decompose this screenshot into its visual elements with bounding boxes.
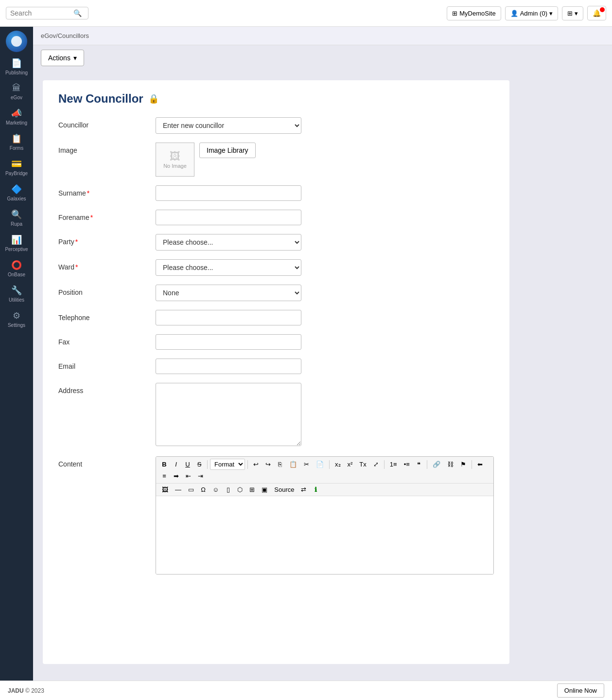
position-row: Position None xyxy=(58,285,494,301)
table-button[interactable]: ⊞ xyxy=(246,485,258,495)
ward-control: Please choose... xyxy=(156,259,301,276)
fax-row: Fax xyxy=(58,334,494,350)
party-row: Party* Please choose... xyxy=(58,234,494,251)
hr-button[interactable]: — xyxy=(172,485,184,495)
image-library-button[interactable]: Image Library xyxy=(199,143,256,158)
strikethrough-button[interactable]: S xyxy=(194,459,205,469)
surname-input[interactable] xyxy=(156,185,301,201)
source-button[interactable]: Source xyxy=(271,485,297,495)
sidebar-item-onbase[interactable]: ⭕ OnBase xyxy=(0,256,33,281)
actions-button[interactable]: Actions ▾ xyxy=(41,50,84,66)
sidebar-item-paybridge[interactable]: 💳 PayBridge xyxy=(0,155,33,180)
sidebar-item-settings[interactable]: ⚙ Settings xyxy=(0,306,33,332)
fullscreen-button[interactable]: ⤢ xyxy=(370,459,382,469)
format-select[interactable]: Format xyxy=(210,459,245,470)
my-demo-site-label: MyDemoSite xyxy=(459,10,495,17)
outdent-button[interactable]: ⇤ xyxy=(183,471,194,481)
sidebar-item-galaxies[interactable]: 🔷 Galaxies xyxy=(0,180,33,205)
superscript-button[interactable]: x² xyxy=(345,459,356,469)
toolbar-sep-4 xyxy=(384,460,385,469)
paste-plain-button[interactable]: 📄 xyxy=(313,459,327,469)
telephone-input[interactable] xyxy=(156,310,301,325)
galaxies-icon: 🔷 xyxy=(11,184,22,195)
sidebar-item-utilities[interactable]: 🔧 Utilities xyxy=(0,281,33,306)
undo-button[interactable]: ↩ xyxy=(250,459,262,469)
align-left-button[interactable]: ⬅ xyxy=(474,459,486,469)
surname-label: Surname* xyxy=(58,185,156,197)
sidebar-item-label-galaxies: Galaxies xyxy=(7,196,26,201)
emoji-button[interactable]: ☺ xyxy=(210,485,222,495)
address-textarea[interactable] xyxy=(156,383,301,446)
settings-icon: ⚙ xyxy=(13,310,20,321)
sidebar-item-forms[interactable]: 📋 Forms xyxy=(0,129,33,155)
utilities-icon: 🔧 xyxy=(11,285,22,296)
unlink-button[interactable]: ⛓ xyxy=(444,459,456,469)
email-row: Email xyxy=(58,359,494,374)
breadcrumb-root[interactable]: eGov xyxy=(41,32,56,39)
templates-button[interactable]: ⇄ xyxy=(298,485,309,495)
info-button[interactable]: ℹ xyxy=(310,485,321,495)
cut-button[interactable]: ✂ xyxy=(301,459,312,469)
unordered-list-button[interactable]: •≡ xyxy=(401,459,413,469)
grid-button[interactable]: ⊞ ▾ xyxy=(562,6,583,20)
site-icon: ⊞ xyxy=(452,10,457,17)
sidebar-item-label-utilities: Utilities xyxy=(9,297,24,303)
link-button[interactable]: 🔗 xyxy=(430,459,443,469)
align-center-button[interactable]: ≡ xyxy=(159,471,170,481)
perceptive-icon: 📊 xyxy=(11,234,22,245)
underline-button[interactable]: U xyxy=(182,459,193,469)
redo-button[interactable]: ↪ xyxy=(262,459,274,469)
forename-input[interactable] xyxy=(156,210,301,225)
councillor-row: Councillor Enter new councillor xyxy=(58,117,494,134)
my-demo-site-button[interactable]: ⊞ MyDemoSite xyxy=(447,6,501,20)
toolbar-sep-1 xyxy=(207,460,208,469)
align-right-button[interactable]: ➡ xyxy=(171,471,182,481)
forename-row: Forename* xyxy=(58,210,494,225)
sidebar-item-label-publishing: Publishing xyxy=(5,70,28,75)
div-button[interactable]: ▭ xyxy=(185,485,197,495)
special-char-button[interactable]: Ω xyxy=(198,485,209,495)
search-box[interactable]: 🔍 xyxy=(6,7,88,19)
party-select[interactable]: Please choose... xyxy=(156,234,301,251)
online-now-button[interactable]: Online Now xyxy=(557,683,604,698)
councillor-select[interactable]: Enter new councillor xyxy=(156,117,301,134)
position-select[interactable]: None xyxy=(156,285,301,301)
forms-icon: 📋 xyxy=(11,133,22,144)
indent-button[interactable]: ⇥ xyxy=(195,471,206,481)
anchor-button[interactable]: ⚑ xyxy=(457,459,469,469)
topbar: 🔍 ⊞ MyDemoSite 👤 Admin (0) ▾ ⊞ ▾ 🔔 xyxy=(0,0,612,27)
copy-button[interactable]: ⎘ xyxy=(275,459,285,469)
breadcrumb-current: Councillors xyxy=(58,32,89,39)
paste-button[interactable]: 📋 xyxy=(286,459,300,469)
actions-bar: Actions ▾ xyxy=(33,45,612,71)
no-image-text: No Image xyxy=(163,163,187,169)
blockquote-button[interactable]: ❝ xyxy=(414,459,424,469)
ordered-list-button[interactable]: 1≡ xyxy=(387,459,400,469)
insert-image-button[interactable]: 🖼 xyxy=(159,485,171,495)
ward-select[interactable]: Please choose... xyxy=(156,259,301,276)
sidebar-item-rupa[interactable]: 🔍 Rupa xyxy=(0,205,33,231)
sidebar-item-publishing[interactable]: 📄 Publishing xyxy=(0,54,33,79)
flash-button[interactable]: ⬡ xyxy=(234,485,245,495)
search-input[interactable] xyxy=(10,9,73,17)
editor-body[interactable] xyxy=(156,496,493,574)
sidebar-item-perceptive[interactable]: 📊 Perceptive xyxy=(0,231,33,256)
subscript-button[interactable]: x₂ xyxy=(332,459,344,469)
fax-input[interactable] xyxy=(156,334,301,350)
admin-button[interactable]: 👤 Admin (0) ▾ xyxy=(505,6,558,20)
media-button[interactable]: ▣ xyxy=(259,485,270,495)
toolbar-sep-2 xyxy=(247,460,248,469)
italic-button[interactable]: I xyxy=(171,459,181,469)
toolbar-sep-6 xyxy=(472,460,472,469)
remove-format-button[interactable]: Tx xyxy=(356,459,369,469)
sidebar-item-egov[interactable]: 🏛 eGov xyxy=(0,79,33,104)
email-input[interactable] xyxy=(156,359,301,374)
topbar-right: ⊞ MyDemoSite 👤 Admin (0) ▾ ⊞ ▾ 🔔 xyxy=(447,6,606,20)
sidebar-item-label-marketing: Marketing xyxy=(6,120,27,126)
bold-button[interactable]: B xyxy=(159,459,170,469)
notifications-button[interactable]: 🔔 xyxy=(587,6,606,20)
iframe-button[interactable]: ▯ xyxy=(223,485,233,495)
address-control xyxy=(156,383,301,448)
sidebar-item-marketing[interactable]: 📣 Marketing xyxy=(0,104,33,129)
topbar-left: 🔍 xyxy=(6,7,88,19)
